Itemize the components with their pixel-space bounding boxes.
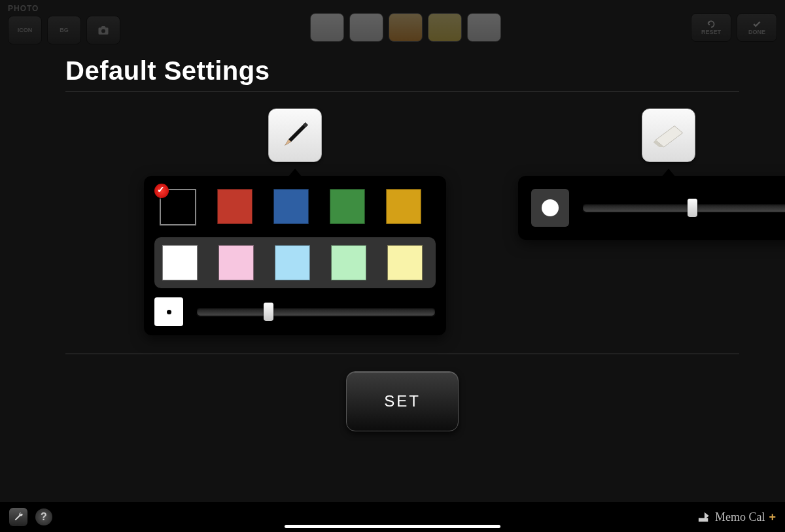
tool-pencil-button[interactable] — [310, 13, 344, 42]
eraser-size-dot — [542, 199, 559, 216]
pen-settings — [144, 108, 446, 335]
color-swatch-lightgreen[interactable] — [331, 245, 366, 280]
camera-icon — [97, 25, 109, 35]
color-swatch-pink[interactable] — [218, 245, 254, 280]
pen-size-dot — [167, 310, 171, 314]
color-swatch-lightblue[interactable] — [275, 245, 310, 280]
check-icon — [751, 20, 763, 29]
eraser-size-slider[interactable] — [582, 203, 785, 212]
pen-size-thumb[interactable] — [264, 303, 273, 321]
tool-note-button[interactable] — [428, 13, 462, 42]
tool-stamps-button[interactable] — [389, 13, 423, 42]
color-swatch-white[interactable] — [162, 245, 198, 280]
bg-button[interactable]: BG — [47, 16, 81, 44]
eraser-icon — [651, 122, 686, 148]
eraser-settings — [518, 108, 785, 240]
question-icon: ? — [41, 511, 47, 523]
pencil-icon — [269, 109, 321, 161]
color-swatch-yellow[interactable] — [386, 189, 421, 224]
eraser-tool-tile[interactable] — [642, 108, 695, 162]
pen-size-row — [154, 297, 436, 326]
panel-title: Default Settings — [65, 56, 739, 86]
icon-button[interactable]: ICON — [8, 16, 42, 44]
pen-tool-tile[interactable] — [268, 108, 322, 162]
color-swatch-red[interactable] — [217, 189, 253, 224]
default-settings-panel: Default Settings — [65, 56, 739, 480]
brand-text: Memo Cal — [715, 510, 765, 524]
pen-popover — [144, 176, 446, 335]
tool-color-button[interactable] — [467, 13, 501, 42]
camera-button[interactable] — [86, 16, 120, 44]
pen-size-preview — [154, 297, 183, 326]
divider — [65, 354, 739, 354]
color-swatch-black[interactable] — [160, 189, 196, 225]
pen-colors-light — [154, 237, 436, 288]
home-indicator — [285, 525, 500, 528]
share-icon[interactable] — [697, 511, 711, 523]
color-swatch-blue[interactable] — [273, 189, 309, 224]
color-swatch-green[interactable] — [330, 189, 365, 224]
done-button[interactable]: DONE — [737, 13, 777, 42]
pen-size-slider[interactable] — [196, 307, 436, 316]
photo-section-label: PHOTO — [8, 4, 120, 13]
settings-button[interactable] — [9, 508, 27, 526]
reset-button[interactable]: RESET — [691, 13, 731, 42]
undo-icon — [705, 20, 717, 29]
brand-plus: + — [769, 510, 776, 524]
eraser-size-thumb[interactable] — [688, 199, 697, 217]
eraser-size-preview — [531, 189, 569, 227]
wrench-icon — [13, 512, 24, 522]
help-button[interactable]: ? — [35, 508, 52, 525]
top-toolbar: PHOTO ICON BG RESET D — [0, 0, 785, 54]
pen-colors-dark — [154, 185, 436, 229]
brand: Memo Cal+ — [697, 510, 776, 524]
eraser-popover — [518, 176, 785, 240]
tool-eraser-button[interactable] — [349, 13, 383, 42]
divider — [65, 91, 739, 91]
color-swatch-lightyellow[interactable] — [387, 245, 423, 280]
set-button[interactable]: SET — [346, 371, 459, 431]
